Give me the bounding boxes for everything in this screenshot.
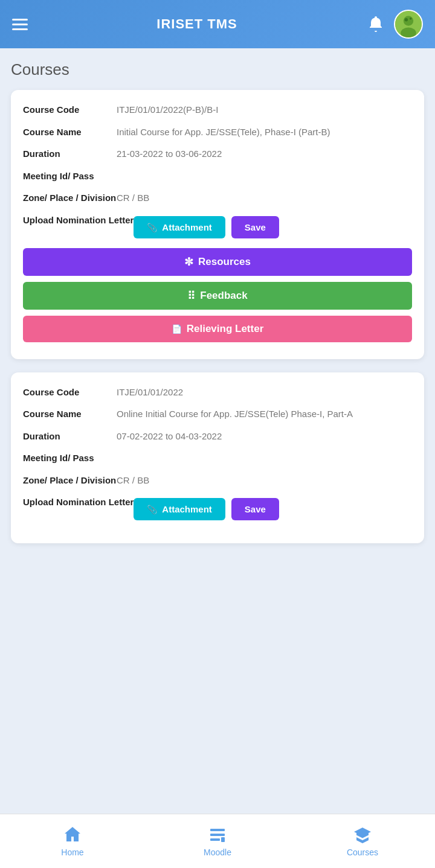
course-name-value-2: Online Initial Course for App. JE/SSE(Te… (117, 407, 353, 421)
meeting-id-row: Meeting Id/ Pass (23, 170, 412, 183)
svg-point-3 (405, 18, 408, 21)
upload-buttons: Attachment Save (134, 216, 279, 238)
upload-row: Upload Nomination Letter Attachment Save (23, 214, 412, 238)
action-buttons-1: Resources Feedback Relieving Letter (23, 248, 412, 342)
page-content: Courses Course Code ITJE/01/01/2022(P-B)… (0, 48, 435, 617)
duration-label-2: Duration (23, 430, 117, 444)
upload-buttons-2: Attachment Save (134, 498, 279, 520)
course-code-value-2: ITJE/01/01/2022 (117, 386, 183, 400)
zone-value-2: CR / BB (117, 474, 149, 488)
course-name-label: Course Name (23, 126, 117, 139)
zone-row-2: Zone/ Place / Division CR / BB (23, 474, 412, 488)
duration-value-2: 07-02-2022 to 04-03-2022 (117, 430, 222, 444)
nav-item-courses[interactable]: Courses (335, 825, 390, 857)
upload-row-2: Upload Nomination Letter Attachment Save (23, 496, 412, 520)
home-icon (63, 825, 82, 844)
doc-icon (172, 323, 182, 335)
duration-label: Duration (23, 147, 117, 161)
resources-button-1[interactable]: Resources (23, 248, 412, 276)
snowflake-icon (184, 255, 193, 269)
paperclip-icon-2 (147, 504, 157, 514)
course-code-value: ITJE/01/01/2022(P-B)/B-I (117, 103, 218, 117)
svg-rect-6 (210, 834, 225, 836)
nav-label-courses: Courses (347, 847, 378, 857)
course-card-1: Course Code ITJE/01/01/2022(P-B)/B-I Cou… (11, 90, 424, 359)
bottom-nav: Home Moodle Courses (0, 814, 435, 868)
relieving-letter-button-1[interactable]: Relieving Letter (23, 316, 412, 342)
save-button-2[interactable]: Save (231, 498, 279, 520)
course-name-label-2: Course Name (23, 407, 117, 421)
app-header: IRISET TMS (0, 0, 435, 48)
meeting-id-label-2: Meeting Id/ Pass (23, 452, 117, 465)
duration-row: Duration 21-03-2022 to 03-06-2022 (23, 147, 412, 161)
duration-value: 21-03-2022 to 03-06-2022 (117, 147, 222, 161)
zone-value: CR / BB (117, 191, 149, 205)
nav-label-moodle: Moodle (204, 847, 231, 857)
menu-button[interactable] (12, 19, 28, 30)
header-actions (366, 10, 423, 39)
nav-label-home: Home (61, 847, 83, 857)
user-avatar[interactable] (394, 10, 423, 39)
course-name-row: Course Name Initial Course for App. JE/S… (23, 126, 412, 139)
upload-label: Upload Nomination Letter (23, 214, 134, 228)
zone-row: Zone/ Place / Division CR / BB (23, 191, 412, 205)
svg-point-1 (404, 16, 414, 26)
zone-label: Zone/ Place / Division (23, 191, 117, 205)
svg-point-4 (410, 18, 412, 20)
course-card-2: Course Code ITJE/01/01/2022 Course Name … (11, 372, 424, 544)
meeting-id-row-2: Meeting Id/ Pass (23, 452, 412, 465)
svg-rect-8 (221, 837, 225, 842)
grid-icon (187, 289, 195, 302)
duration-row-2: Duration 07-02-2022 to 04-03-2022 (23, 430, 412, 444)
feedback-button-1[interactable]: Feedback (23, 282, 412, 310)
svg-rect-5 (210, 829, 225, 831)
nav-item-home[interactable]: Home (45, 825, 100, 857)
course-code-row-2: Course Code ITJE/01/01/2022 (23, 386, 412, 400)
svg-rect-7 (210, 838, 220, 841)
course-code-label: Course Code (23, 103, 117, 117)
moodle-icon (208, 825, 227, 844)
course-code-row: Course Code ITJE/01/01/2022(P-B)/B-I (23, 103, 412, 117)
courses-icon (353, 825, 372, 844)
paperclip-icon (147, 222, 157, 232)
notification-bell-icon[interactable] (366, 14, 385, 34)
zone-label-2: Zone/ Place / Division (23, 474, 117, 488)
page-title: Courses (11, 60, 424, 79)
meeting-id-label: Meeting Id/ Pass (23, 170, 117, 183)
course-name-row-2: Course Name Online Initial Course for Ap… (23, 407, 412, 421)
app-title: IRISET TMS (156, 16, 237, 32)
attachment-button-1[interactable]: Attachment (134, 216, 225, 238)
course-code-label-2: Course Code (23, 386, 117, 400)
upload-label-2: Upload Nomination Letter (23, 496, 134, 509)
attachment-button-2[interactable]: Attachment (134, 498, 225, 520)
nav-item-moodle[interactable]: Moodle (190, 825, 245, 857)
course-name-value: Initial Course for App. JE/SSE(Tele), Ph… (117, 126, 330, 139)
save-button-1[interactable]: Save (231, 216, 279, 238)
